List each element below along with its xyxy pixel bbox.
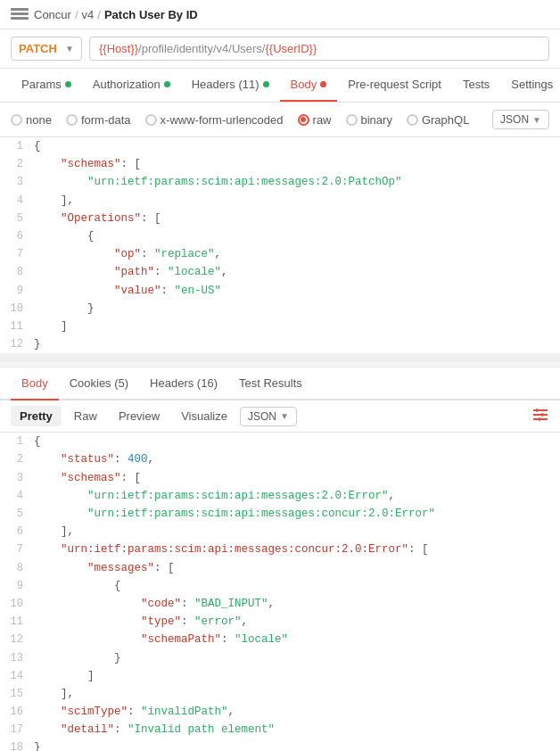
resp-fmt-raw[interactable]: Raw [65,406,106,426]
req-line-1: 1 { [0,137,560,155]
svg-rect-0 [11,8,29,11]
body-type-binary-label: binary [361,113,392,127]
resp-line-9: 9 { [0,577,560,595]
resp-fmt-visualize-label: Visualize [181,409,227,423]
method-chevron: ▼ [65,44,74,54]
tab-headers[interactable]: Headers (11) [181,69,280,102]
tab-headers-label: Headers (11) [192,78,259,91]
radio-graphql [407,114,418,126]
resp-fmt-raw-label: Raw [74,409,97,423]
resp-line-15: 15 ], [0,685,560,703]
tab-settings[interactable]: Settings [500,69,560,102]
tab-params[interactable]: Params [11,69,82,102]
resp-line-6: 6 ], [0,523,560,541]
body-format-select[interactable]: JSON ▼ [492,110,549,129]
resp-fmt-pretty-label: Pretty [20,409,53,423]
radio-raw [298,114,309,126]
resp-line-18: 18 } [0,739,560,751]
resp-line-12: 12 "schemaPath": "locale" [0,631,560,648]
resp-line-2: 2 "status": 400, [0,450,560,468]
tab-authorization-label: Authorization [93,78,161,91]
resp-tab-cookies[interactable]: Cookies (5) [59,367,139,400]
resp-tab-headers[interactable]: Headers (16) [139,367,228,400]
radio-urlencoded [145,114,157,126]
tab-params-dot [65,81,71,87]
resp-line-16: 16 "scimType": "invalidPath", [0,703,560,721]
tab-body[interactable]: Body [280,69,338,102]
req-line-12: 12 } [0,335,560,353]
url-bar: PATCH ▼ {{Host}}/profile/identity/v4/Use… [0,29,560,69]
tab-tests-label: Tests [463,78,490,91]
req-line-9: 9 "value": "en-US" [0,282,560,300]
svg-rect-1 [11,12,29,15]
req-line-8: 8 "path": "locale", [0,263,560,281]
resp-tab-headers-label: Headers (16) [150,376,218,390]
url-userid-var: {{UserID}} [265,42,317,55]
resp-fmt-preview[interactable]: Preview [110,406,169,426]
radio-form-data [66,114,78,126]
resp-tab-body[interactable]: Body [11,367,59,400]
radio-binary [346,114,358,126]
resp-line-3: 3 "schemas": [ [0,469,560,487]
req-line-3: 3 "urn:ietf:params:scim:api:messages:2.0… [0,173,560,191]
breadcrumb: Concur / v4 / Patch User By ID [34,8,198,21]
body-type-raw-label: raw [313,113,332,127]
resp-fmt-visualize[interactable]: Visualize [172,406,236,426]
resp-fmt-pretty[interactable]: Pretty [11,406,62,426]
resp-format-chevron: ▼ [280,411,289,421]
tab-prerequest-label: Pre-request Script [348,78,441,91]
url-host-var: {{Host}} [99,42,138,55]
resp-line-10: 10 "code": "BAD_INPUT", [0,595,560,613]
breadcrumb-v4[interactable]: v4 [82,8,95,21]
body-type-graphql[interactable]: GraphQL [407,113,469,127]
resp-tab-test-results[interactable]: Test Results [228,367,313,400]
filter-icon[interactable] [531,408,549,425]
body-type-raw[interactable]: raw [298,113,332,127]
req-line-7: 7 "op": "replace", [0,245,560,263]
svg-rect-2 [11,17,29,20]
req-line-6: 6 { [0,227,560,245]
req-line-11: 11 ] [0,318,560,335]
body-type-none[interactable]: none [11,113,52,127]
resp-fmt-preview-label: Preview [119,409,160,423]
app-icon [11,7,29,21]
resp-tab-body-label: Body [21,376,48,390]
body-type-form-data-label: form-data [81,113,131,127]
resp-format-label: JSON [248,410,276,423]
req-line-10: 10 } [0,300,560,318]
resp-line-13: 13 } [0,649,560,667]
tab-authorization[interactable]: Authorization [82,69,181,102]
radio-none [11,114,22,126]
top-bar: Concur / v4 / Patch User By ID [0,0,560,29]
method-label: PATCH [19,42,57,55]
response-code-panel: 1 { 2 "status": 400, 3 "schemas": [ 4 "u… [0,433,560,751]
resp-line-4: 4 "urn:ietf:params:scim:api:messages:2.0… [0,487,560,505]
breadcrumb-sep-2: / [97,8,101,21]
body-type-bar: none form-data x-www-form-urlencoded raw… [0,103,560,137]
body-type-urlencoded-label: x-www-form-urlencoded [161,113,284,127]
tab-body-label: Body [291,78,317,91]
body-type-form-data[interactable]: form-data [66,113,131,127]
body-type-none-label: none [26,113,52,127]
breadcrumb-concur[interactable]: Concur [34,8,71,21]
req-line-4: 4 ], [0,192,560,210]
breadcrumb-active: Patch User By ID [104,8,198,21]
tab-prerequest[interactable]: Pre-request Script [337,69,452,102]
resp-line-1: 1 { [0,433,560,450]
body-type-graphql-label: GraphQL [422,113,469,127]
body-type-binary[interactable]: binary [346,113,392,127]
response-section: Body Cookies (5) Headers (16) Test Resul… [0,367,560,751]
url-path: /profile/identity/v4/Users/ [138,42,265,55]
tab-body-dot [320,81,326,87]
request-tab-bar: Params Authorization Headers (11) Body P… [0,69,560,103]
url-input[interactable]: {{Host}}/profile/identity/v4/Users/{{Use… [89,37,549,61]
resp-line-7: 7 "urn:ietf:params:scim:api:messages:con… [0,541,560,558]
resp-tab-test-results-label: Test Results [239,376,302,390]
breadcrumb-sep-1: / [75,8,78,21]
resp-format-select[interactable]: JSON ▼ [240,407,297,426]
response-tab-bar: Body Cookies (5) Headers (16) Test Resul… [0,367,560,400]
method-select[interactable]: PATCH ▼ [11,37,82,61]
resp-tab-cookies-label: Cookies (5) [70,376,128,390]
body-type-urlencoded[interactable]: x-www-form-urlencoded [145,113,284,127]
tab-tests[interactable]: Tests [452,69,500,102]
